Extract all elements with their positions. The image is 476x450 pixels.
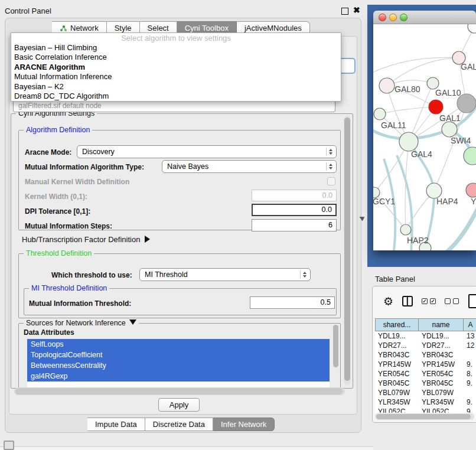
columns-icon[interactable] xyxy=(402,296,413,306)
node-label: GAL11 xyxy=(381,120,406,130)
table-cell[interactable]: YDR27... xyxy=(419,341,464,350)
network-node[interactable] xyxy=(374,108,386,120)
table-horizontal-scrollbar[interactable] xyxy=(375,413,474,420)
attribute-item[interactable]: BetweennessCentrality xyxy=(27,360,330,371)
network-node[interactable] xyxy=(464,147,476,165)
network-node[interactable] xyxy=(400,224,411,235)
table-cell[interactable]: 9 xyxy=(464,407,476,413)
network-node[interactable] xyxy=(442,122,457,137)
mi-algorithm-type-combo[interactable]: Naive Bayes xyxy=(162,160,337,173)
table-cell[interactable]: YER054C xyxy=(375,369,419,379)
algorithm-option[interactable]: Basic Correlation Inference xyxy=(11,53,341,62)
table-row[interactable]: YLR345WYLR345W9. xyxy=(375,397,476,407)
table-cell[interactable]: 9. xyxy=(464,397,476,407)
table-cell[interactable]: YPR145W xyxy=(375,360,419,369)
table-cell[interactable]: YDR27... xyxy=(375,341,419,350)
which-threshold-label: Which threshold to use: xyxy=(51,271,132,279)
window-close-button[interactable] xyxy=(379,14,386,21)
column-header[interactable]: name xyxy=(419,318,464,331)
table-cell[interactable]: YDL19... xyxy=(419,331,464,341)
algorithm-option[interactable]: Bayesian – K2 xyxy=(11,82,341,92)
table-cell[interactable]: 9. xyxy=(464,379,476,388)
algorithm-option[interactable]: Mutual Information Inference xyxy=(11,72,341,81)
close-panel-button[interactable]: ✖ xyxy=(353,5,360,15)
network-canvas[interactable]: GAL8GAL80GAL10GAL1GAL11SWI4GAL4GCY1HAP4Y… xyxy=(373,24,476,250)
algorithm-definition-group: Algorithm Definition Aracne Mode: Discov… xyxy=(18,130,341,230)
table-cell[interactable]: YPR145W xyxy=(419,360,464,369)
table-row[interactable]: YBL079WYBL079W xyxy=(375,388,476,397)
table-cell[interactable]: YLR345W xyxy=(375,397,419,407)
attribute-item[interactable]: gal4RGexp xyxy=(27,371,330,381)
bottom-left-widget[interactable] xyxy=(4,441,14,450)
table-cell[interactable]: 12 xyxy=(464,341,476,350)
table-row[interactable]: YBR043CYBR043C xyxy=(375,350,476,360)
attribute-item[interactable]: SelfLoops xyxy=(27,339,330,350)
network-window[interactable]: GAL8GAL80GAL10GAL1GAL11SWI4GAL4GCY1HAP4Y… xyxy=(373,11,476,250)
table-cell[interactable]: YLR345W xyxy=(419,397,464,407)
table-cell[interactable] xyxy=(464,388,476,397)
deselect-all-checkboxes-icon[interactable] xyxy=(445,298,459,304)
sources-group: Sources for Network Inference Data Attri… xyxy=(18,323,341,389)
mi-steps-field[interactable]: 6 xyxy=(252,219,337,231)
table-row[interactable]: YPR145WYPR145W9. xyxy=(375,360,476,369)
table-cell[interactable]: YBL079W xyxy=(419,388,464,397)
attribute-item[interactable]: TopologicalCoefficient xyxy=(27,350,330,360)
network-node[interactable] xyxy=(429,100,443,114)
network-edge[interactable] xyxy=(432,200,476,250)
node-label: GCY1 xyxy=(373,197,395,206)
table-cell[interactable]: YIL052C xyxy=(419,407,464,413)
network-window-titlebar[interactable] xyxy=(373,11,476,24)
tab[interactable]: Infer Network xyxy=(213,418,275,431)
table-cell[interactable]: YER054C xyxy=(419,369,464,379)
window-minimize-button[interactable] xyxy=(389,14,397,21)
table-row[interactable]: YDR27...YDR27...12 xyxy=(375,341,476,350)
table-cell[interactable]: 8. xyxy=(464,369,476,379)
kernel-width-field[interactable]: 0.0 xyxy=(252,190,337,201)
float-panel-button[interactable] xyxy=(341,8,348,15)
table-cell[interactable]: YBR043C xyxy=(375,350,419,360)
window-zoom-button[interactable] xyxy=(400,14,407,21)
table-cell[interactable]: YBL079W xyxy=(375,388,419,397)
tab[interactable]: Discretize Data xyxy=(145,418,213,431)
table-row[interactable]: YER054CYER054C8. xyxy=(375,369,476,379)
aracne-mode-combo[interactable]: Discovery xyxy=(77,145,337,158)
table-cell[interactable]: 13 xyxy=(464,331,476,341)
network-node[interactable] xyxy=(379,78,395,93)
network-edge[interactable] xyxy=(387,58,459,86)
select-all-checkboxes-icon[interactable]: ✓✓ xyxy=(422,298,436,304)
node-label: HAP2 xyxy=(407,236,429,245)
table-cell[interactable]: YDL19... xyxy=(375,331,419,341)
network-node[interactable] xyxy=(466,183,476,197)
gear-icon[interactable]: ⚙ xyxy=(383,296,393,307)
document-icon[interactable] xyxy=(468,294,476,308)
tab[interactable]: Impute Data xyxy=(87,418,145,431)
settings-horizontal-scrollbar[interactable] xyxy=(14,387,345,395)
table-cell[interactable] xyxy=(464,350,476,360)
settings-vertical-scrollbar[interactable] xyxy=(344,116,351,385)
algorithm-option[interactable]: Bayesian – Hill Climbing xyxy=(11,43,341,53)
table-row[interactable]: YIL052CYIL052C9 xyxy=(375,407,476,413)
table-cell[interactable]: YBR043C xyxy=(419,350,464,360)
table-row[interactable]: YDL19...YDL19...13 xyxy=(375,331,476,341)
table-cell[interactable]: 9. xyxy=(464,360,476,369)
algorithm-option[interactable]: Dream8 DC_TDC Algorithm xyxy=(11,92,341,101)
manual-kernel-width-checkbox[interactable] xyxy=(327,177,335,185)
table-cell[interactable]: YBR045C xyxy=(375,379,419,388)
table-cell[interactable]: YIL052C xyxy=(375,407,419,413)
column-header[interactable]: shared... xyxy=(375,318,419,331)
table-cell[interactable]: YBR045C xyxy=(419,379,464,388)
attributes-scrollbar[interactable] xyxy=(333,325,338,370)
dpi-tolerance-field[interactable]: 0.0 xyxy=(252,204,337,216)
network-edge[interactable] xyxy=(373,57,459,74)
network-edge[interactable] xyxy=(380,107,436,114)
algorithm-option[interactable]: ARACNE Algorithm xyxy=(11,63,341,72)
network-node[interactable] xyxy=(427,77,439,89)
which-threshold-combo[interactable]: MI Threshold xyxy=(139,268,311,281)
network-node[interactable] xyxy=(399,132,418,151)
hub-definition-toggle[interactable]: Hub/Transcription Factor Definition xyxy=(22,235,150,244)
network-node[interactable] xyxy=(468,24,476,33)
mi-threshold-field[interactable]: 0.5 xyxy=(250,296,335,309)
column-header[interactable]: A xyxy=(464,318,476,331)
table-row[interactable]: YBR045CYBR045C9. xyxy=(375,379,476,388)
apply-button[interactable]: Apply xyxy=(158,398,200,412)
